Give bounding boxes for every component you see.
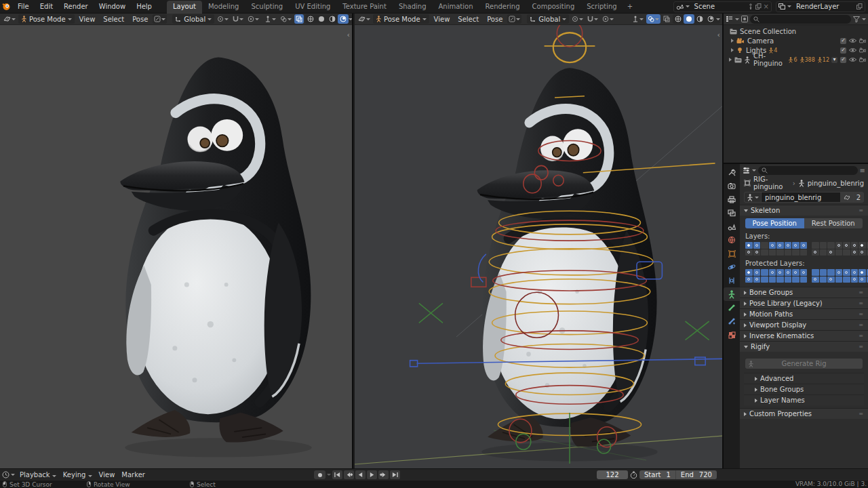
properties-tab-scene[interactable]	[724, 220, 740, 233]
mode-selector[interactable]: Pose Mode	[18, 14, 75, 24]
layer-toggle[interactable]	[835, 242, 843, 249]
layer-toggle[interactable]	[820, 277, 827, 283]
view-layer-selector[interactable]: RenderLayer	[776, 1, 865, 12]
shading-wire-button[interactable]	[673, 14, 684, 24]
layer-toggle[interactable]	[769, 277, 776, 283]
render-visibility-icon[interactable]	[859, 57, 866, 62]
show-gizmos-icon[interactable]	[263, 14, 277, 24]
panel-custom-properties[interactable]: Custom Properties ≡	[740, 408, 868, 419]
viewport-menu-select[interactable]: Select	[454, 16, 482, 23]
scene-selector[interactable]: Scene ×	[673, 1, 772, 12]
generate-rig-button[interactable]: Generate Rig	[745, 359, 863, 369]
layer-toggle[interactable]	[843, 242, 850, 249]
subpanel-bone-groups[interactable]: Bone Groups	[744, 384, 864, 394]
layer-toggle[interactable]	[776, 269, 784, 276]
outliner-search-input[interactable]	[750, 15, 851, 24]
layer-toggle[interactable]	[753, 277, 761, 283]
panel-motion-paths[interactable]: Motion Paths≡	[740, 308, 868, 319]
add-workspace-button[interactable]: +	[623, 1, 637, 14]
outliner-item-label[interactable]: CH-Pinguino	[753, 52, 786, 67]
layer-toggle[interactable]	[827, 277, 835, 283]
auto-keying-button[interactable]	[314, 470, 326, 479]
properties-search-input[interactable]	[758, 166, 858, 175]
start-frame-field[interactable]: Start1	[639, 470, 675, 479]
link-icon[interactable]	[841, 192, 854, 203]
outliner-row-camera[interactable]: Camera✓	[724, 36, 868, 45]
timeline-menu-playback[interactable]: Playback	[16, 471, 60, 479]
stopwatch-icon[interactable]	[630, 471, 637, 479]
layer-toggle[interactable]	[851, 242, 859, 249]
layer-toggle[interactable]	[761, 269, 768, 276]
render-visibility-icon[interactable]	[859, 38, 866, 43]
rest-position-button[interactable]: Rest Position	[804, 218, 863, 228]
properties-tab-tool[interactable]	[724, 165, 740, 179]
layer-toggle[interactable]	[745, 269, 753, 276]
viewport-menu-pose[interactable]: Pose	[129, 16, 151, 23]
properties-tab-constraints[interactable]	[724, 274, 740, 287]
layer-toggle[interactable]	[745, 242, 753, 249]
toggle-xray-icon[interactable]	[662, 14, 671, 24]
users-count-button[interactable]: 2	[854, 192, 864, 203]
options-icon[interactable]: ≡	[860, 167, 865, 174]
blender-logo-icon[interactable]	[0, 0, 12, 14]
layer-toggle[interactable]	[843, 249, 850, 256]
layer-toggle[interactable]	[820, 269, 827, 276]
prev-keyframe-button[interactable]	[344, 470, 354, 479]
layer-toggle[interactable]	[827, 242, 835, 249]
close-icon[interactable]: ×	[764, 3, 769, 10]
layer-toggle[interactable]	[859, 269, 866, 276]
layer-toggle[interactable]	[753, 249, 761, 256]
properties-tab-world[interactable]	[724, 233, 740, 247]
layer-toggle[interactable]	[761, 249, 768, 256]
checkbox-icon[interactable]: ✓	[840, 38, 846, 44]
breadcrumb-data[interactable]: pinguino_blenrig	[808, 180, 864, 187]
layer-toggle[interactable]	[820, 249, 827, 256]
play-button[interactable]	[367, 470, 377, 479]
menu-edit[interactable]: Edit	[35, 0, 58, 14]
panel-pose-library--legacy-[interactable]: Pose Library (Legacy)≡	[740, 298, 868, 308]
subpanel-advanced[interactable]: Advanced	[744, 373, 864, 384]
sidebar-collapse-arrow[interactable]: ‹	[347, 32, 350, 39]
new-layer-icon[interactable]	[856, 3, 863, 9]
tab-rendering[interactable]: Rendering	[479, 1, 526, 14]
snap-magnet-icon[interactable]	[586, 14, 599, 24]
expander-icon[interactable]	[731, 39, 734, 43]
properties-tab-object[interactable]	[724, 247, 740, 260]
toggle-xray-icon[interactable]	[294, 14, 304, 24]
editor-type-icon[interactable]	[2, 471, 9, 479]
layer-toggle[interactable]	[851, 277, 859, 283]
layer-toggle[interactable]	[792, 269, 800, 276]
layer-toggle[interactable]	[800, 277, 808, 283]
layer-toggle[interactable]	[859, 242, 866, 249]
layer-toggle[interactable]	[792, 249, 800, 256]
panel-rigify[interactable]: Rigify ≡	[740, 341, 868, 352]
layer-toggle[interactable]	[769, 242, 776, 249]
layer-toggle[interactable]	[769, 249, 776, 256]
timeline-menu-view[interactable]: View	[96, 471, 119, 479]
viewport-menu-view[interactable]: View	[431, 16, 454, 23]
id-name-field[interactable]: pinguino_blenrig	[761, 192, 841, 203]
layer-toggle[interactable]	[812, 277, 819, 283]
expander-icon[interactable]	[731, 48, 734, 52]
editor-type-icon[interactable]	[357, 14, 372, 24]
properties-tab-data-armature[interactable]	[724, 287, 740, 301]
orientation-selector[interactable]: Global	[527, 14, 569, 24]
tab-scripting[interactable]: Scripting	[580, 1, 623, 14]
expander-icon[interactable]	[729, 58, 732, 62]
outliner-item-label[interactable]: Camera	[747, 37, 774, 45]
tab-layout[interactable]: Layout	[167, 1, 202, 14]
pose-position-button[interactable]: Pose Position	[745, 218, 804, 228]
display-mode-icon[interactable]	[741, 16, 748, 22]
layer-toggle[interactable]	[745, 277, 753, 283]
layer-toggle[interactable]	[820, 242, 827, 249]
layer-toggle[interactable]	[753, 242, 761, 249]
render-visibility-icon[interactable]	[859, 47, 866, 53]
jump-end-button[interactable]	[390, 470, 400, 479]
layer-toggle[interactable]	[851, 269, 859, 276]
layer-toggle[interactable]	[776, 242, 784, 249]
active-tool-icon[interactable]	[507, 14, 521, 24]
layer-toggle[interactable]	[785, 242, 792, 249]
filter-icon[interactable]	[853, 16, 860, 22]
layer-toggle[interactable]	[800, 249, 808, 256]
editor-type-icon[interactable]	[743, 167, 750, 174]
